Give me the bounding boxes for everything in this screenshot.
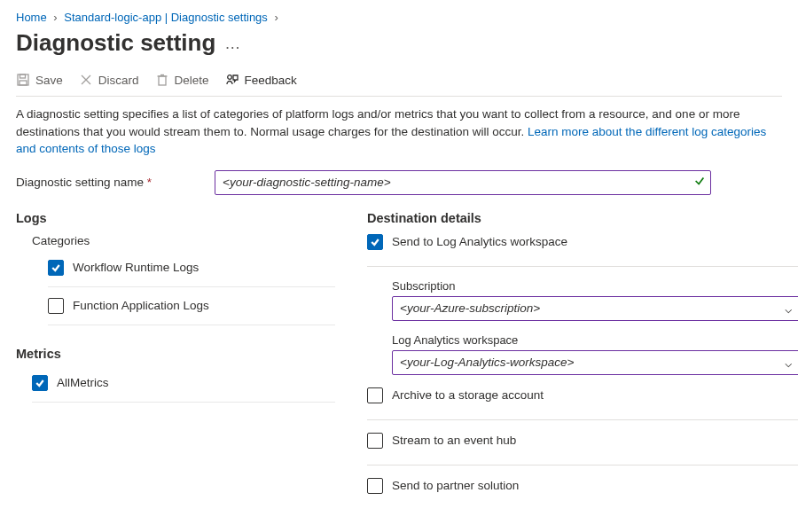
feedback-label: Feedback: [245, 74, 297, 87]
more-icon[interactable]: …: [224, 39, 240, 48]
save-button[interactable]: Save: [16, 73, 63, 87]
breadcrumb: Home › Standard-logic-app | Diagnostic s…: [16, 11, 782, 24]
validation-check-icon: [693, 175, 706, 190]
save-icon: [16, 73, 30, 87]
metrics-heading: Metrics: [16, 347, 335, 361]
destination-heading: Destination details: [367, 211, 798, 225]
checkbox-icon[interactable]: [32, 375, 48, 391]
svg-rect-2: [20, 81, 27, 85]
delete-button[interactable]: Delete: [155, 73, 209, 87]
save-label: Save: [35, 74, 63, 87]
logs-heading: Logs: [16, 211, 335, 225]
svg-point-8: [227, 75, 231, 80]
log-category-label: Function Application Logs: [73, 299, 209, 312]
chevron-right-icon: ›: [53, 11, 57, 24]
checkbox-icon[interactable]: [367, 387, 383, 403]
x-icon: [79, 73, 93, 87]
dest-label: Archive to a storage account: [392, 388, 544, 402]
log-category-label: Workflow Runtime Logs: [73, 261, 199, 274]
dest-label: Stream to an event hub: [392, 434, 516, 447]
checkbox-icon[interactable]: [367, 433, 383, 449]
checkbox-icon[interactable]: [48, 298, 64, 314]
checkbox-icon[interactable]: [367, 478, 383, 494]
setting-name-input[interactable]: [215, 170, 711, 195]
checkbox-icon[interactable]: [367, 234, 383, 250]
setting-name-label: Diagnostic setting name *: [16, 176, 202, 189]
breadcrumb-home[interactable]: Home: [16, 11, 47, 24]
workspace-label: Log Analytics workspace: [392, 333, 798, 347]
discard-label: Discard: [98, 74, 139, 87]
subscription-select[interactable]: <your-Azure-subscription> ⌵: [392, 296, 798, 321]
metric-allmetrics[interactable]: AllMetrics: [32, 370, 335, 403]
workspace-select[interactable]: <your-Log-Analytics-workspace> ⌵: [392, 350, 798, 375]
subscription-label: Subscription: [392, 279, 798, 293]
intro-text: A diagnostic setting specifies a list of…: [16, 106, 782, 158]
dest-log-analytics[interactable]: Send to Log Analytics workspace: [367, 234, 798, 250]
divider: [367, 465, 798, 466]
trash-icon: [155, 73, 169, 87]
chevron-down-icon: ⌵: [785, 301, 792, 316]
svg-rect-1: [20, 74, 26, 78]
log-category-function[interactable]: Function Application Logs: [48, 293, 335, 325]
log-category-workflow[interactable]: Workflow Runtime Logs: [48, 254, 335, 287]
categories-label: Categories: [32, 234, 335, 247]
subscription-value: <your-Azure-subscription>: [400, 301, 540, 315]
metric-label: AllMetrics: [57, 376, 109, 389]
dest-label: Send to Log Analytics workspace: [392, 235, 567, 248]
divider: [367, 266, 798, 267]
divider: [367, 419, 798, 420]
dest-label: Send to partner solution: [392, 479, 519, 492]
dest-partner[interactable]: Send to partner solution: [367, 478, 798, 494]
chevron-down-icon: ⌵: [785, 356, 792, 370]
feedback-icon: [225, 73, 239, 87]
dest-storage[interactable]: Archive to a storage account: [367, 387, 798, 403]
command-bar: Save Discard Delete Feedback: [16, 73, 782, 97]
page-title: Diagnostic setting: [16, 29, 215, 57]
delete-label: Delete: [175, 74, 209, 87]
workspace-value: <your-Log-Analytics-workspace>: [400, 356, 574, 369]
dest-eventhub[interactable]: Stream to an event hub: [367, 433, 798, 449]
feedback-button[interactable]: Feedback: [225, 73, 297, 87]
breadcrumb-parent[interactable]: Standard-logic-app | Diagnostic settings: [64, 11, 268, 24]
checkbox-icon[interactable]: [48, 260, 64, 276]
chevron-right-icon: ›: [274, 11, 278, 24]
svg-rect-5: [159, 76, 166, 85]
discard-button[interactable]: Discard: [79, 73, 139, 87]
